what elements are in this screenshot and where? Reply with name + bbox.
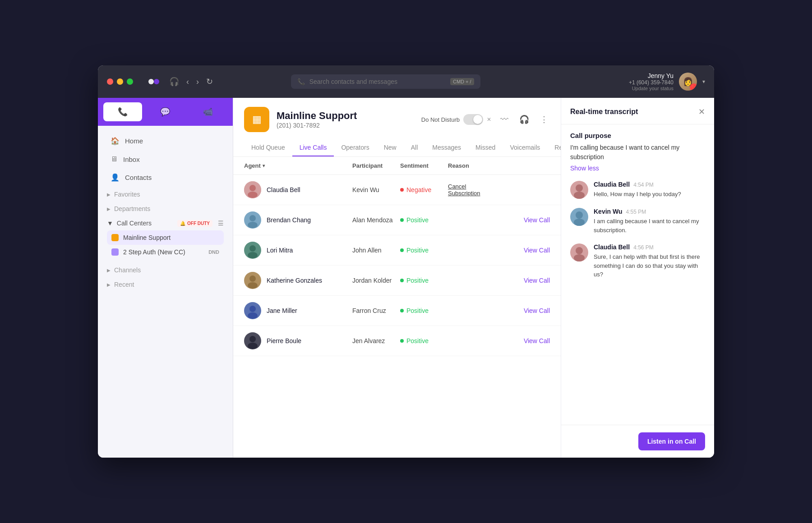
tab-operators[interactable]: Operators bbox=[334, 139, 376, 156]
refresh-icon[interactable]: ↻ bbox=[206, 77, 213, 87]
panel-header: ▦ Mainline Support (201) 301-7892 Do Not… bbox=[233, 98, 561, 157]
tab-missed[interactable]: Missed bbox=[468, 139, 503, 156]
sentiment-cell: Positive bbox=[400, 277, 448, 284]
panel-tabs: Hold Queue Live Calls Operators New All … bbox=[244, 139, 550, 156]
title-bar: 🎧 ‹ › ↻ 📞 CMD + / Jenny Yu +1 (604) 359-… bbox=[98, 65, 714, 98]
sentiment-text: Positive bbox=[406, 337, 429, 344]
tab-live-calls[interactable]: Live Calls bbox=[292, 139, 334, 156]
tab-video[interactable]: 📹 bbox=[189, 102, 227, 121]
tab-all[interactable]: All bbox=[404, 139, 425, 156]
participant-name: John Allen bbox=[352, 247, 400, 254]
sentiment-text: Positive bbox=[406, 216, 429, 224]
nav-icons: 🎧 ‹ › ↻ bbox=[169, 77, 213, 87]
sidebar-tabs: 📞 💬 📹 bbox=[98, 98, 233, 126]
minimize-traffic-light[interactable] bbox=[117, 78, 123, 85]
bell-icon: 🔔 bbox=[180, 221, 185, 226]
sidebar-item-contacts[interactable]: 👤 Contacts bbox=[102, 169, 229, 186]
search-bar[interactable]: 📞 CMD + / bbox=[291, 74, 480, 89]
agent-avatar-jane bbox=[244, 302, 261, 319]
home-label: Home bbox=[125, 137, 143, 145]
sidebar-item-home[interactable]: 🏠 Home bbox=[102, 132, 229, 150]
agent-cell: Brendan Chang bbox=[244, 211, 352, 229]
avatar[interactable]: 👩 🚫 bbox=[679, 73, 697, 91]
close-transcript-button[interactable]: ✕ bbox=[698, 107, 705, 117]
main-content: 📞 💬 📹 🏠 Home 🖥 Inbox bbox=[98, 98, 714, 458]
transcript-body: Call purpose I'm calling because I want … bbox=[561, 124, 714, 425]
twostep-label: 2 Step Auth (New CC) bbox=[123, 248, 185, 256]
view-call-button[interactable]: View Call bbox=[496, 337, 550, 344]
chat-icon: 💬 bbox=[160, 107, 170, 117]
user-status[interactable]: Update your status bbox=[629, 86, 674, 91]
participant-name: Jordan Kolder bbox=[352, 277, 400, 284]
headset-icon[interactable]: 🎧 bbox=[169, 77, 179, 87]
agent-name: Jane Miller bbox=[267, 307, 297, 314]
view-call-button[interactable]: View Call bbox=[496, 216, 550, 224]
more-options-icon[interactable]: ⋮ bbox=[538, 113, 550, 126]
show-less-button[interactable]: Show less bbox=[570, 165, 705, 172]
msg-sender: Claudia Bell bbox=[594, 181, 630, 188]
maximize-traffic-light[interactable] bbox=[127, 78, 133, 85]
sidebar-item-mainline[interactable]: Mainline Support bbox=[107, 230, 224, 245]
sidebar-section-channels[interactable]: ▶ Channels bbox=[98, 263, 233, 277]
tab-hold-queue[interactable]: Hold Queue bbox=[244, 139, 292, 156]
forward-icon[interactable]: › bbox=[196, 77, 199, 87]
user-name: Jenny Yu bbox=[629, 72, 674, 79]
dnd-close-icon[interactable]: ✕ bbox=[487, 116, 491, 123]
msg-avatar-claudia bbox=[570, 181, 588, 199]
listen-in-on-call-button[interactable]: Listen in on Call bbox=[638, 432, 705, 450]
main-panel: ▦ Mainline Support (201) 301-7892 Do Not… bbox=[233, 98, 561, 458]
headset-panel-icon[interactable]: 🎧 bbox=[517, 113, 531, 126]
sidebar-section-favorites[interactable]: ▶ Favorites bbox=[98, 187, 233, 202]
analytics-icon[interactable]: 〰 bbox=[498, 113, 510, 126]
svg-point-14 bbox=[248, 282, 258, 289]
user-info: Jenny Yu +1 (604) 359-7840 Update your s… bbox=[629, 72, 674, 91]
agent-name: Brendan Chang bbox=[267, 216, 311, 224]
sidebar-item-inbox[interactable]: 🖥 Inbox bbox=[102, 151, 229, 168]
th-agent[interactable]: Agent ▾ bbox=[244, 162, 352, 169]
panel-logo: ▦ bbox=[244, 107, 269, 132]
agent-name: Claudia Bell bbox=[267, 186, 300, 193]
search-icon: 📞 bbox=[297, 78, 305, 85]
sidebar-section-recent[interactable]: ▶ Recent bbox=[98, 277, 233, 292]
tab-messages[interactable]: Messages bbox=[425, 139, 468, 156]
tab-new[interactable]: New bbox=[377, 139, 404, 156]
call-purpose-text: I'm calling because I want to cancel my … bbox=[570, 143, 705, 162]
view-call-button[interactable]: View Call bbox=[496, 247, 550, 254]
svg-point-2 bbox=[154, 79, 159, 84]
th-sentiment: Sentiment bbox=[400, 162, 448, 169]
channels-arrow: ▶ bbox=[107, 268, 111, 273]
sidebar-section-departments[interactable]: ▶ Departments bbox=[98, 202, 233, 216]
participant-name: Kevin Wu bbox=[352, 186, 400, 193]
tab-chat[interactable]: 💬 bbox=[146, 102, 185, 121]
tab-phone[interactable]: 📞 bbox=[103, 102, 142, 121]
sidebar-item-twostep[interactable]: 2 Step Auth (New CC) DND bbox=[107, 245, 224, 259]
inbox-icon: 🖥 bbox=[111, 155, 118, 163]
back-icon[interactable]: ‹ bbox=[186, 77, 189, 87]
tab-recordings[interactable]: Recordings bbox=[547, 139, 561, 156]
recent-arrow: ▶ bbox=[107, 282, 111, 287]
search-input[interactable] bbox=[309, 78, 446, 85]
traffic-lights bbox=[107, 78, 133, 85]
msg-header: Claudia Bell 4:54 PM bbox=[594, 181, 681, 188]
dnd-toggle[interactable] bbox=[463, 114, 483, 125]
video-icon: 📹 bbox=[203, 107, 213, 117]
chevron-down-icon[interactable]: ▾ bbox=[702, 78, 705, 85]
svg-point-5 bbox=[248, 192, 258, 198]
svg-point-22 bbox=[576, 184, 583, 192]
close-traffic-light[interactable] bbox=[107, 78, 113, 85]
sentiment-text: Positive bbox=[406, 247, 429, 254]
call-centers-arrow[interactable]: ▼ bbox=[107, 220, 113, 227]
favorites-label: Favorites bbox=[114, 191, 140, 198]
participant-name: Jen Alvarez bbox=[352, 337, 400, 344]
view-call-button[interactable]: View Call bbox=[496, 307, 550, 314]
tab-voicemails[interactable]: Voicemails bbox=[503, 139, 547, 156]
panel-title: Mainline Support bbox=[277, 110, 357, 122]
call-centers-section: ▼ Call Centers 🔔 OFF DUTY ☰ Mainline Sup… bbox=[98, 216, 233, 263]
reason-cell: Cancel Subscription bbox=[448, 183, 496, 197]
view-call-button[interactable]: View Call bbox=[496, 277, 550, 284]
svg-point-13 bbox=[249, 275, 256, 282]
dnd-label: DND bbox=[208, 249, 219, 255]
panel-title-info: Mainline Support (201) 301-7892 bbox=[277, 110, 357, 129]
svg-point-29 bbox=[574, 254, 585, 262]
menu-icon[interactable]: ☰ bbox=[218, 220, 224, 227]
